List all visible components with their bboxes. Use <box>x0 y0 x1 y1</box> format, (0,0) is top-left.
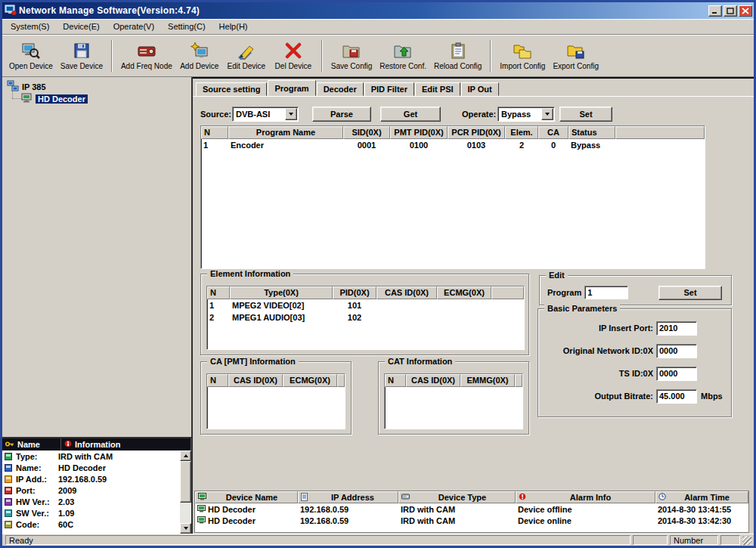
header-cell[interactable]: Type(0X) <box>230 286 333 299</box>
tree-connector <box>12 98 21 99</box>
tab-ip-out[interactable]: IP Out <box>461 82 499 96</box>
header-cell[interactable]: SID(0X) <box>343 126 390 139</box>
ts-id-row: TS ID:0X <box>538 362 731 385</box>
toolbar-separator <box>321 40 323 72</box>
parse-button[interactable]: Parse <box>312 107 371 122</box>
open-device-button[interactable]: Open Device <box>5 38 57 74</box>
header-ip-address[interactable]: IP Address <box>298 491 398 503</box>
header-device-type[interactable]: Device Type <box>398 491 516 503</box>
operate-label: Operate: <box>462 110 496 119</box>
element-row[interactable]: 1 MPEG2 VIDEO[02] 101 <box>207 299 524 311</box>
header-cell[interactable]: N <box>207 374 228 387</box>
set-button[interactable]: Set <box>559 107 612 122</box>
menu-operate[interactable]: Operate(V) <box>107 20 161 33</box>
tab-program[interactable]: Program <box>268 80 315 96</box>
scroll-thumb[interactable] <box>180 461 191 503</box>
header-cell[interactable]: Status <box>569 126 615 139</box>
header-cell[interactable]: ECMG(0X) <box>437 286 491 299</box>
save-config-icon <box>342 42 361 60</box>
tab-source-setting[interactable]: Source setting <box>196 82 267 96</box>
menu-device[interactable]: Device(E) <box>56 20 106 33</box>
program-row[interactable]: 1 Encoder 0001 0100 0103 2 0 Bypass <box>201 139 705 151</box>
group-title: Edit <box>546 271 568 280</box>
export-config-button[interactable]: Export Config <box>549 38 603 74</box>
info-row-ip: IP Add.: 192.168.0.59 <box>2 473 191 485</box>
add-device-button[interactable]: Add Device <box>176 38 223 74</box>
header-cell[interactable]: CA <box>538 126 569 139</box>
tree-node-hd-decoder[interactable]: HD Decoder <box>21 93 88 105</box>
tab-pid-filter[interactable]: PID Filter <box>364 82 414 96</box>
chevron-down-icon[interactable] <box>541 108 553 120</box>
import-config-button[interactable]: Import Config <box>496 38 549 74</box>
header-cell-filler <box>515 374 522 387</box>
header-cell[interactable]: EMMG(0X) <box>460 374 515 387</box>
add-device-label: Add Device <box>180 62 218 70</box>
del-device-button[interactable]: Del Device <box>270 38 317 74</box>
maximize-button[interactable] <box>723 5 737 17</box>
menu-system[interactable]: System(S) <box>4 20 56 33</box>
reload-config-button[interactable]: Reload Config <box>430 38 485 74</box>
save-device-button[interactable]: Save Device <box>57 38 107 74</box>
save-device-icon <box>73 42 91 60</box>
header-cell[interactable]: N <box>385 374 406 387</box>
header-cell[interactable]: ECMG(0X) <box>283 374 337 387</box>
app-window: Network Manage Software(Version:4.74) Sy… <box>0 0 756 548</box>
group-title: CAT Information <box>385 357 455 367</box>
menu-setting[interactable]: Setting(C) <box>161 20 212 33</box>
scroll-up-icon[interactable] <box>180 450 191 461</box>
save-config-button[interactable]: Save Config <box>327 38 376 74</box>
source-select[interactable]: DVB-ASI <box>232 107 299 122</box>
restore-conf-button[interactable]: Restore Conf. <box>376 38 430 74</box>
info-icon <box>64 440 72 449</box>
title-bar[interactable]: Network Manage Software(Version:4.74) <box>2 2 754 19</box>
output-bitrate-row: Output Bitrate: Mbps <box>538 385 731 407</box>
tab-decoder[interactable]: Decoder <box>317 82 364 96</box>
program-number-input[interactable] <box>584 286 628 299</box>
alarm-icon <box>519 493 526 502</box>
info-information-header[interactable]: Information <box>61 438 191 450</box>
header-cell[interactable]: PCR PID(0X) <box>448 126 505 139</box>
header-alarm-time[interactable]: Alarm Time <box>655 491 748 503</box>
header-cell[interactable]: N <box>201 126 228 139</box>
source-value: DVB-ASI <box>233 110 284 119</box>
content-panel: Source setting Program Decoder PID Filte… <box>193 77 754 534</box>
output-bitrate-input[interactable] <box>656 389 697 404</box>
info-name-header[interactable]: Name <box>2 438 61 450</box>
window-controls <box>708 5 752 17</box>
menu-help[interactable]: Help(H) <box>212 20 255 33</box>
header-cell[interactable]: Elem. <box>505 126 538 139</box>
status-bar: Ready Number <box>2 534 754 546</box>
cat-information-group: CAT Information N CAS ID(0X) EMMG(0X) <box>378 361 529 435</box>
operate-select[interactable]: Bypass <box>497 107 555 122</box>
open-device-label: Open Device <box>9 62 53 70</box>
header-alarm-info[interactable]: Alarm Info <box>516 491 655 503</box>
chevron-down-icon[interactable] <box>285 108 297 120</box>
element-row[interactable]: 2 MPEG1 AUDIO[03] 102 <box>207 311 524 324</box>
alarm-row[interactable]: HD Decoder 192.168.0.59 IRD with CAM Dev… <box>195 515 748 526</box>
resize-grip[interactable] <box>742 536 751 545</box>
header-cell[interactable]: Program Name <box>228 126 343 139</box>
header-cell[interactable]: PID(0X) <box>333 286 376 299</box>
header-cell[interactable]: CAS ID(0X) <box>376 286 437 299</box>
header-cell[interactable]: N <box>207 286 230 299</box>
alarm-row[interactable]: HD Decoder 192.168.0.59 IRD with CAM Dev… <box>195 503 748 515</box>
edit-device-button[interactable]: Edit Device <box>223 38 270 74</box>
ts-id-input[interactable] <box>656 367 697 381</box>
tree-node-root[interactable]: IP 385 <box>7 80 46 93</box>
header-cell[interactable]: CAS ID(0X) <box>228 374 283 387</box>
header-cell[interactable]: CAS ID(0X) <box>406 374 460 387</box>
get-button[interactable]: Get <box>380 107 441 122</box>
scroll-down-icon[interactable] <box>180 523 191 534</box>
tab-edit-psi[interactable]: Edit PSI <box>415 82 460 96</box>
add-freq-node-button[interactable]: Add Freq Node <box>117 38 176 74</box>
minimize-button[interactable] <box>708 5 722 17</box>
header-cell[interactable]: PMT PID(0X) <box>390 126 448 139</box>
close-button[interactable] <box>739 5 752 17</box>
original-network-id-input[interactable] <box>656 344 697 358</box>
info-scrollbar[interactable] <box>180 450 191 534</box>
program-table-header: N Program Name SID(0X) PMT PID(0X) PCR P… <box>201 126 705 139</box>
ip-insert-port-input[interactable] <box>656 321 697 336</box>
edit-set-button[interactable]: Set <box>658 286 722 300</box>
header-device-name[interactable]: Device Name <box>195 491 298 503</box>
alarm-table-header: Device Name IP Address Device Type Alarm… <box>195 491 748 503</box>
